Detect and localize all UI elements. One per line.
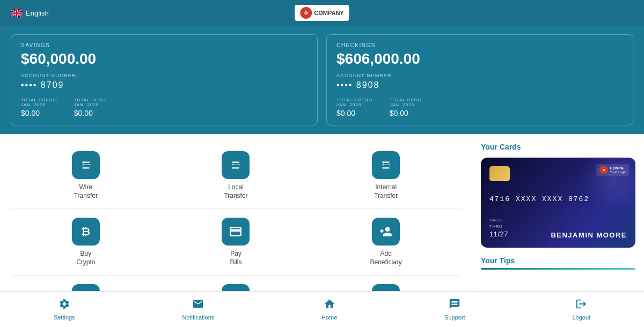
card-company-name: COMPAYour Logo	[610, 166, 626, 174]
savings-type: SAVINGS	[21, 42, 308, 48]
card-valid-thru: VALIDTHRU 11/27	[489, 217, 508, 239]
local-transfer-button[interactable]: LocalTransfer	[161, 143, 311, 209]
add-beneficiary-label: AddBeneficiary	[370, 250, 401, 266]
your-cards-title: Your Cards	[481, 143, 635, 151]
more-options-button[interactable]: StatementRequest	[311, 276, 461, 291]
nav-notifications[interactable]: Notifications	[171, 296, 225, 323]
checkings-debit: TOTAL DEBITJAN. 2025 $0.00	[390, 98, 423, 117]
wire-transfer-button[interactable]: WireTransfer	[11, 143, 161, 209]
nav-logout[interactable]: Logout	[561, 296, 601, 323]
internal-transfer-label: InternalTransfer	[374, 183, 398, 200]
svg-point-6	[603, 169, 604, 170]
internal-transfer-icon	[372, 151, 400, 179]
company-logo: COMPANY	[295, 5, 349, 21]
checkings-card[interactable]: CHECKINGS $606,000.00 ACCOUNT NUMBER •••…	[326, 34, 633, 125]
nav-notifications-label: Notifications	[182, 314, 214, 321]
payment-card[interactable]: COMPAYour Logo 4716 XXXX XXXX 8762 VALID…	[481, 158, 635, 248]
pay-bills-label: PayBills	[230, 250, 241, 266]
accounts-section: SAVINGS $60,000.00 ACCOUNT NUMBER •••• 8…	[0, 26, 644, 134]
card-logo: COMPAYour Logo	[596, 164, 629, 176]
crypto-wallet-button[interactable]: CryptoWallet	[161, 276, 311, 291]
buy-crypto-icon	[72, 218, 100, 246]
buy-crypto-label: BuyCrypto	[76, 250, 95, 266]
company-icon-svg	[302, 9, 310, 17]
logout-icon	[575, 298, 587, 313]
more-options-icon	[372, 284, 400, 291]
gear-icon	[58, 298, 70, 313]
right-panel: Your Cards COMPAYour Logo 4716 XXXX XXXX…	[472, 134, 644, 291]
add-beneficiary-icon	[372, 218, 400, 246]
company-name: COMPANY	[314, 10, 343, 16]
nav-logout-label: Logout	[572, 314, 590, 321]
savings-balance: $60,000.00	[21, 50, 308, 68]
crypto-wallet-icon	[222, 284, 250, 291]
nav-home[interactable]: Home	[311, 296, 348, 323]
checkings-credit: TOTAL CREDITJAN. 2025 $0.00	[336, 98, 374, 117]
language-selector[interactable]: English	[11, 9, 49, 17]
savings-debit-value: $0.00	[74, 109, 107, 117]
local-transfer-icon	[222, 151, 250, 179]
card-bottom: VALIDTHRU 11/27 BENJAMIN MOORE	[489, 217, 627, 239]
checkings-balance: $606,000.00	[336, 50, 623, 68]
checkings-credit-value: $0.00	[336, 109, 374, 117]
buy-crypto-button[interactable]: BuyCrypto	[11, 209, 161, 276]
add-beneficiary-button[interactable]: AddBeneficiary	[311, 209, 461, 276]
card-holder-name: BENJAMIN MOORE	[551, 231, 627, 239]
local-transfer-label: LocalTransfer	[224, 183, 247, 200]
wire-transfer-icon	[72, 151, 100, 179]
savings-debit: TOTAL DEBITJAN. 2025 $0.00	[74, 98, 107, 117]
nav-support-label: Support	[444, 314, 465, 321]
card-chip	[489, 166, 510, 181]
savings-card[interactable]: SAVINGS $60,000.00 ACCOUNT NUMBER •••• 8…	[11, 34, 318, 125]
home-icon	[324, 298, 335, 313]
checkings-debit-value: $0.00	[390, 109, 423, 117]
savings-credit-value: $0.00	[21, 109, 58, 117]
wire-transfer-label: WireTransfer	[74, 183, 98, 200]
card-services-icon	[72, 284, 100, 291]
savings-number-label: ACCOUNT NUMBER	[21, 73, 308, 78]
nav-support[interactable]: Support	[434, 296, 476, 323]
savings-number: •••• 8709	[21, 80, 308, 90]
actions-grid: WireTransfer LocalTransfer InternalTrans…	[11, 143, 461, 291]
card-number: 4716 XXXX XXXX 8762	[489, 195, 627, 203]
card-services-button[interactable]: CardServices	[11, 276, 161, 291]
company-logo-icon	[300, 7, 312, 19]
tips-divider	[481, 268, 635, 270]
actions-panel: WireTransfer LocalTransfer InternalTrans…	[0, 134, 472, 291]
checkings-type: CHECKINGS	[336, 42, 623, 48]
checkings-number-label: ACCOUNT NUMBER	[336, 73, 623, 78]
card-expiry: 11/27	[489, 229, 508, 239]
pay-bills-icon	[222, 218, 250, 246]
checkings-number: •••• 8908	[336, 80, 623, 90]
nav-home-label: Home	[321, 314, 337, 321]
envelope-icon	[192, 298, 204, 313]
uk-flag-icon	[11, 9, 23, 17]
main-content: WireTransfer LocalTransfer InternalTrans…	[0, 134, 644, 291]
internal-transfer-button[interactable]: InternalTransfer	[311, 143, 461, 209]
bottom-nav: Settings Notifications Home Support Logo…	[0, 291, 644, 327]
your-tips-title: Your Tips	[481, 256, 635, 265]
nav-settings-label: Settings	[54, 314, 75, 321]
chat-icon	[449, 298, 460, 313]
top-header: English COMPANY	[0, 0, 644, 26]
pay-bills-button[interactable]: PayBills	[161, 209, 311, 276]
nav-settings[interactable]: Settings	[43, 296, 86, 323]
svg-point-3	[305, 12, 307, 14]
savings-credit: TOTAL CREDITJAN. 2025 $0.00	[21, 98, 58, 117]
card-logo-icon	[599, 166, 608, 174]
language-label: English	[26, 9, 49, 17]
